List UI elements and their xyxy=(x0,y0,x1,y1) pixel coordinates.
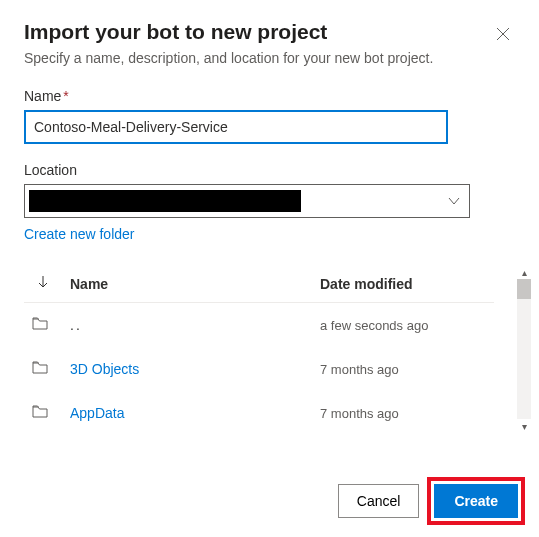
folder-name[interactable]: AppData xyxy=(70,405,124,421)
dialog-footer: Cancel Create xyxy=(338,477,525,525)
location-value-redacted xyxy=(29,190,301,212)
date-column-header[interactable]: Date modified xyxy=(312,265,494,303)
scroll-down-button[interactable]: ▾ xyxy=(517,419,531,433)
import-bot-dialog: Import your bot to new project Specify a… xyxy=(0,0,539,433)
name-column-header[interactable]: Name xyxy=(62,265,312,303)
required-mark: * xyxy=(63,88,68,104)
scroll-up-button[interactable]: ▴ xyxy=(517,265,531,279)
table-row[interactable]: 3D Objects 7 months ago xyxy=(24,347,494,391)
location-label: Location xyxy=(24,162,515,178)
name-label-text: Name xyxy=(24,88,61,104)
folder-icon xyxy=(32,405,48,418)
file-table: Name Date modified .. a few seconds ago … xyxy=(24,265,494,433)
create-button[interactable]: Create xyxy=(434,484,518,518)
table-row[interactable]: .. a few seconds ago xyxy=(24,303,494,348)
create-new-folder-link[interactable]: Create new folder xyxy=(24,226,135,242)
dialog-title: Import your bot to new project xyxy=(24,20,327,44)
tutorial-highlight: Create xyxy=(427,477,525,525)
folder-name[interactable]: 3D Objects xyxy=(70,361,139,377)
folder-name-parent[interactable]: .. xyxy=(70,317,82,333)
scrollbar-track[interactable] xyxy=(517,279,531,419)
folder-icon xyxy=(32,317,48,330)
close-button[interactable] xyxy=(491,22,515,46)
cancel-button[interactable]: Cancel xyxy=(338,484,420,518)
location-dropdown[interactable] xyxy=(24,184,470,218)
dialog-header: Import your bot to new project xyxy=(24,20,515,50)
scrollbar-thumb[interactable] xyxy=(517,279,531,299)
chevron-down-icon xyxy=(447,194,461,208)
close-icon xyxy=(496,27,510,41)
folder-icon xyxy=(32,361,48,374)
dialog-subtitle: Specify a name, description, and locatio… xyxy=(24,50,515,66)
file-browser: ▴ ▾ Name Date modified . xyxy=(24,265,515,433)
sort-column-header[interactable] xyxy=(24,265,62,303)
date-modified: a few seconds ago xyxy=(312,303,494,348)
name-label: Name* xyxy=(24,88,515,104)
name-input[interactable] xyxy=(24,110,448,144)
date-modified: 7 months ago xyxy=(312,347,494,391)
arrow-down-icon xyxy=(38,275,48,289)
date-modified: 7 months ago xyxy=(312,391,494,433)
table-row[interactable]: AppData 7 months ago xyxy=(24,391,494,433)
